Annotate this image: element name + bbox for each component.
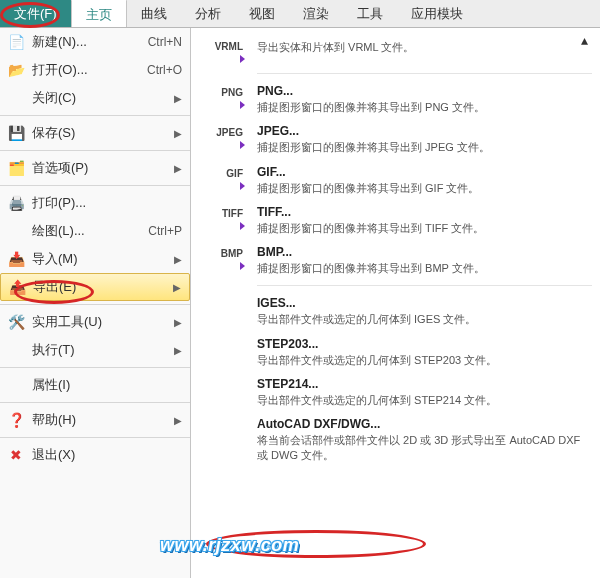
menu-import[interactable]: 📥 导入(M) ▶: [0, 245, 190, 273]
play-icon: [240, 222, 245, 230]
chevron-right-icon: ▶: [173, 282, 181, 293]
blank-icon: [6, 340, 26, 360]
menu-separator: [0, 150, 190, 151]
export-jpeg[interactable]: JPEG JPEG...捕捉图形窗口的图像并将其导出到 JPEG 文件。: [199, 124, 592, 154]
item-desc: 导出部件文件或选定的几何体到 STEP203 文件。: [257, 353, 592, 367]
item-title: STEP203...: [257, 337, 592, 351]
menu-prop[interactable]: 属性(I): [0, 371, 190, 399]
item-title: BMP...: [257, 245, 592, 259]
export-vrml[interactable]: VRML 导出实体和片体到 VRML 文件。: [199, 38, 592, 63]
plot-icon: [6, 221, 26, 241]
export-gif[interactable]: GIF GIF...捕捉图形窗口的图像并将其导出到 GIF 文件。: [199, 165, 592, 195]
item-title: JPEG...: [257, 124, 592, 138]
menu-separator: [0, 115, 190, 116]
menu-label: 帮助(H): [32, 411, 170, 429]
menu-util[interactable]: 🛠️ 实用工具(U) ▶: [0, 308, 190, 336]
item-desc: 捕捉图形窗口的图像并将其导出到 TIFF 文件。: [257, 221, 592, 235]
open-icon: 📂: [6, 60, 26, 80]
item-title: TIFF...: [257, 205, 592, 219]
tab-file[interactable]: 文件(F): [0, 0, 71, 27]
menu-label: 保存(S): [32, 124, 170, 142]
scroll-up-icon[interactable]: ▴: [581, 32, 588, 48]
tab-home[interactable]: 主页: [71, 0, 127, 27]
file-menu-panel: 📄 新建(N)... Ctrl+N 📂 打开(O)... Ctrl+O 关闭(C…: [0, 28, 191, 578]
menu-export[interactable]: 📤 导出(E) ▶: [0, 273, 190, 301]
menu-open[interactable]: 📂 打开(O)... Ctrl+O: [0, 56, 190, 84]
chevron-right-icon: ▶: [174, 128, 182, 139]
export-tiff[interactable]: TIFF TIFF...捕捉图形窗口的图像并将其导出到 TIFF 文件。: [199, 205, 592, 235]
item-desc: 导出部件文件或选定的几何体到 IGES 文件。: [257, 312, 592, 326]
chevron-right-icon: ▶: [174, 345, 182, 356]
menu-label: 导入(M): [32, 250, 170, 268]
menu-label: 退出(X): [32, 446, 182, 464]
help-icon: ❓: [6, 410, 26, 430]
menu-separator: [0, 367, 190, 368]
item-desc: 捕捉图形窗口的图像并将其导出到 GIF 文件。: [257, 181, 592, 195]
export-icon: 📤: [7, 277, 27, 297]
menu-label: 新建(N)...: [32, 33, 148, 51]
util-icon: 🛠️: [6, 312, 26, 332]
sub-separator: [257, 73, 592, 74]
export-dxf[interactable]: AutoCAD DXF/DWG...将当前会话部件或部件文件以 2D 或 3D …: [199, 417, 592, 462]
item-title: STEP214...: [257, 377, 592, 391]
tab-app[interactable]: 应用模块: [397, 0, 477, 27]
chevron-right-icon: ▶: [174, 254, 182, 265]
export-step214[interactable]: STEP214...导出部件文件或选定的几何体到 STEP214 文件。: [199, 377, 592, 407]
tab-curve[interactable]: 曲线: [127, 0, 181, 27]
item-title: PNG...: [257, 84, 592, 98]
bmp-icon: BMP: [217, 247, 247, 260]
play-icon: [240, 141, 245, 149]
menu-help[interactable]: ❓ 帮助(H) ▶: [0, 406, 190, 434]
menu-print[interactable]: 🖨️ 打印(P)...: [0, 189, 190, 217]
menu-close[interactable]: 关闭(C) ▶: [0, 84, 190, 112]
menu-label: 打开(O)...: [32, 61, 147, 79]
play-icon: [240, 55, 245, 63]
menu-label: 导出(E): [33, 278, 169, 296]
export-step203[interactable]: STEP203...导出部件文件或选定的几何体到 STEP203 文件。: [199, 337, 592, 367]
menu-save[interactable]: 💾 保存(S) ▶: [0, 119, 190, 147]
item-desc: 捕捉图形窗口的图像并将其导出到 JPEG 文件。: [257, 140, 592, 154]
jpeg-icon: JPEG: [212, 126, 247, 139]
vrml-icon: VRML: [211, 40, 247, 53]
menu-label: 关闭(C): [32, 89, 170, 107]
item-desc: 导出部件文件或选定的几何体到 STEP214 文件。: [257, 393, 592, 407]
chevron-right-icon: ▶: [174, 415, 182, 426]
menu-new[interactable]: 📄 新建(N)... Ctrl+N: [0, 28, 190, 56]
tab-render[interactable]: 渲染: [289, 0, 343, 27]
play-icon: [240, 262, 245, 270]
chevron-right-icon: ▶: [174, 93, 182, 104]
gif-icon: GIF: [222, 167, 247, 180]
png-icon: PNG: [217, 86, 247, 99]
tab-tools[interactable]: 工具: [343, 0, 397, 27]
blank-icon: [6, 88, 26, 108]
export-bmp[interactable]: BMP BMP...捕捉图形窗口的图像并将其导出到 BMP 文件。: [199, 245, 592, 275]
import-icon: 📥: [6, 249, 26, 269]
tab-view[interactable]: 视图: [235, 0, 289, 27]
item-title: GIF...: [257, 165, 592, 179]
item-title: AutoCAD DXF/DWG...: [257, 417, 592, 431]
menu-exec[interactable]: 执行(T) ▶: [0, 336, 190, 364]
export-png[interactable]: PNG PNG...捕捉图形窗口的图像并将其导出到 PNG 文件。: [199, 84, 592, 114]
item-desc: 捕捉图形窗口的图像并将其导出到 PNG 文件。: [257, 100, 592, 114]
sub-separator: [257, 285, 592, 286]
tiff-icon: TIFF: [218, 207, 247, 220]
menu-label: 实用工具(U): [32, 313, 170, 331]
menu-label: 绘图(L)...: [32, 222, 148, 240]
blank-icon: [6, 375, 26, 395]
item-desc: 导出实体和片体到 VRML 文件。: [257, 40, 592, 54]
export-iges[interactable]: IGES...导出部件文件或选定的几何体到 IGES 文件。: [199, 296, 592, 326]
chevron-right-icon: ▶: [174, 163, 182, 174]
menu-shortcut: Ctrl+N: [148, 35, 182, 49]
play-icon: [240, 182, 245, 190]
play-icon: [240, 101, 245, 109]
menu-separator: [0, 437, 190, 438]
tab-analyze[interactable]: 分析: [181, 0, 235, 27]
menu-shortcut: Ctrl+O: [147, 63, 182, 77]
menu-pref[interactable]: 🗂️ 首选项(P) ▶: [0, 154, 190, 182]
item-desc: 捕捉图形窗口的图像并将其导出到 BMP 文件。: [257, 261, 592, 275]
main-menubar: 文件(F) 主页 曲线 分析 视图 渲染 工具 应用模块: [0, 0, 600, 28]
watermark-text: www.rjzxw.com: [160, 535, 299, 556]
menu-separator: [0, 304, 190, 305]
menu-plot[interactable]: 绘图(L)... Ctrl+P: [0, 217, 190, 245]
menu-exit[interactable]: ✖ 退出(X): [0, 441, 190, 469]
